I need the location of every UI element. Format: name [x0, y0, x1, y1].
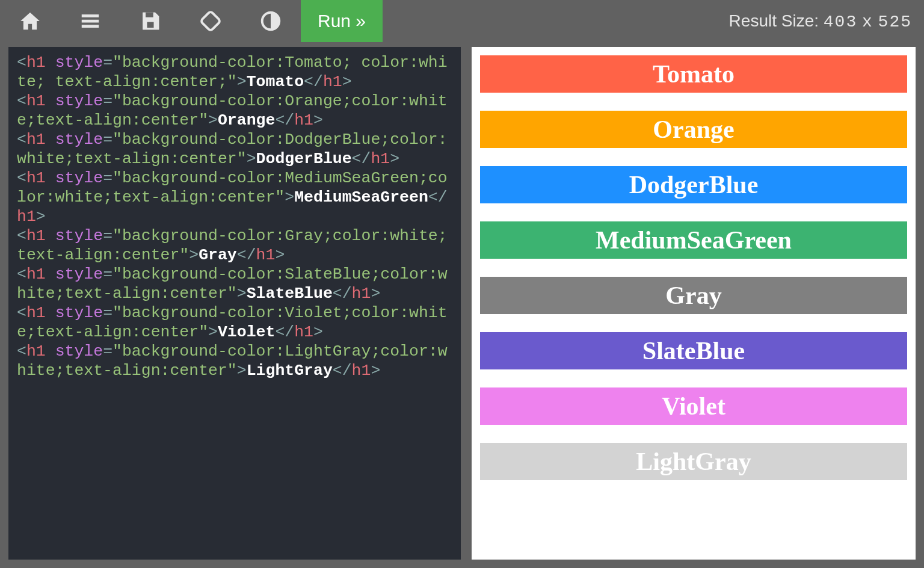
result-heading: Orange [480, 111, 907, 148]
svg-rect-4 [200, 11, 221, 31]
result-heading: LightGray [480, 443, 907, 480]
svg-rect-2 [146, 13, 153, 17]
result-heading: MediumSeaGreen [480, 221, 907, 259]
result-size-label: Result Size: 403 x 525 [729, 11, 912, 31]
home-icon[interactable] [12, 3, 48, 39]
result-heading: Violet [480, 387, 907, 425]
result-width: 403 [824, 13, 857, 31]
save-icon[interactable] [132, 3, 168, 39]
code-editor[interactable]: <h1 style="background-color:Tomato; colo… [8, 47, 461, 560]
result-heading: SlateBlue [480, 332, 907, 369]
result-sep: x [862, 13, 873, 31]
result-heading: Tomato [480, 55, 907, 93]
result-size-text: Result Size: [729, 11, 819, 30]
result-heading: DodgerBlue [480, 166, 907, 203]
result-height: 525 [878, 13, 912, 31]
result-pane: TomatoOrangeDodgerBlueMediumSeaGreenGray… [472, 47, 916, 560]
menu-icon[interactable] [72, 3, 108, 39]
run-button[interactable]: Run » [301, 0, 383, 42]
workspace: <h1 style="background-color:Tomato; colo… [0, 42, 924, 568]
toolbar: Run » Result Size: 403 x 525 [0, 0, 924, 42]
result-heading: Gray [480, 277, 907, 314]
rotate-icon[interactable] [192, 3, 229, 39]
theme-icon[interactable] [253, 3, 289, 39]
svg-rect-3 [147, 22, 153, 28]
